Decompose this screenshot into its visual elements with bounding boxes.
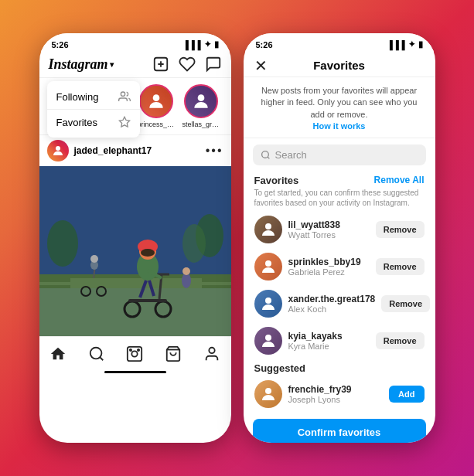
remove-button-1[interactable]: Remove <box>376 258 425 275</box>
add-post-button[interactable] <box>152 56 169 73</box>
user-avatar-xander <box>254 290 282 318</box>
favorite-user-row-2: xander.the.great178 Alex Koch Remove <box>244 285 435 322</box>
story-label-3: stellas_gr0... <box>182 121 220 128</box>
post-username: jaded_elephant17 <box>74 145 152 156</box>
story-avatar-2 <box>139 84 173 118</box>
svg-point-48 <box>265 260 271 267</box>
remove-button-3[interactable]: Remove <box>376 332 425 349</box>
svg-point-44 <box>209 348 214 353</box>
status-bar-right: 5:26 ▐▐▐ ✦ ▮ <box>244 33 435 53</box>
post-image <box>39 166 231 336</box>
favorites-title: Favorites <box>313 59 365 72</box>
header-icons <box>152 56 222 73</box>
svg-point-14 <box>47 220 78 267</box>
post-more-icon[interactable]: ••• <box>206 144 223 158</box>
suggested-name-0: Joseph Lyons <box>288 395 384 404</box>
user-info-frenchie: frenchie_fry39 Joseph Lyons <box>288 384 384 404</box>
favorites-subtitle: To get started, you can confirm these su… <box>244 188 435 211</box>
user-handle-0: lil_wyatt838 <box>288 219 370 230</box>
favorite-user-row-1: sprinkles_bby19 Gabriela Perez Remove <box>244 248 435 285</box>
home-indicator <box>104 371 166 373</box>
user-handle-3: kyia_kayaks <box>288 331 370 342</box>
svg-line-38 <box>100 357 103 360</box>
svg-point-36 <box>182 267 190 275</box>
suggested-handle-0: frenchie_fry39 <box>288 384 384 395</box>
user-name-2: Alex Koch <box>288 304 376 314</box>
how-it-works-link[interactable]: How it works <box>313 121 366 131</box>
svg-point-51 <box>265 388 271 394</box>
story-avatar-3 <box>184 84 218 118</box>
user-name-1: Gabriela Perez <box>288 267 370 277</box>
svg-point-41 <box>130 349 131 351</box>
remove-all-button[interactable]: Remove All <box>374 175 425 185</box>
feed-filter-dropdown: Following Favorites <box>47 81 140 138</box>
close-button[interactable]: ✕ <box>254 56 268 75</box>
user-avatar-sprinkles <box>254 253 282 280</box>
svg-point-42 <box>138 349 139 351</box>
favorites-section-header: Favorites Remove All <box>244 172 435 188</box>
instagram-logo[interactable]: Instagram ▾ <box>49 56 114 73</box>
user-name-0: Wyatt Torres <box>288 230 370 240</box>
logo-chevron: ▾ <box>110 60 114 69</box>
phone-left: 5:26 ▐▐▐ ✦ ▮ Instagram ▾ <box>39 33 231 443</box>
like-button[interactable] <box>179 56 196 73</box>
bottom-nav <box>39 336 231 368</box>
remove-button-2[interactable]: Remove <box>381 295 430 312</box>
svg-rect-20 <box>128 299 167 302</box>
svg-point-34 <box>90 255 98 263</box>
svg-point-7 <box>152 94 159 101</box>
user-handle-1: sprinkles_bby19 <box>288 257 370 267</box>
following-option[interactable]: Following <box>47 84 140 110</box>
profile-nav-button[interactable] <box>203 345 221 363</box>
svg-point-26 <box>141 249 155 257</box>
story-2[interactable]: princess_p... <box>137 84 176 128</box>
post-user[interactable]: jaded_elephant17 <box>47 140 152 162</box>
favorite-user-row-0: lil_wyatt838 Wyatt Torres Remove <box>244 211 435 248</box>
search-placeholder: Search <box>275 149 307 161</box>
svg-point-16 <box>182 224 206 263</box>
favorites-option[interactable]: Favorites <box>47 110 140 134</box>
phone-right: 5:26 ▐▐▐ ✦ ▮ ✕ Favorites New posts from … <box>244 33 435 443</box>
time-right: 5:26 <box>256 40 273 49</box>
suggested-section-header: Suggested <box>244 359 435 376</box>
svg-point-50 <box>265 335 271 341</box>
status-bar-left: 5:26 ▐▐▐ ✦ ▮ <box>39 33 231 53</box>
svg-point-47 <box>265 223 271 230</box>
user-name-3: Kyra Marie <box>288 342 370 351</box>
favorites-info: New posts from your favorites will appea… <box>244 77 435 138</box>
user-info-sprinkles: sprinkles_bby19 Gabriela Perez <box>288 257 370 277</box>
svg-point-40 <box>132 351 138 356</box>
svg-point-8 <box>197 94 204 101</box>
favorite-user-row-3: kyia_kayaks Kyra Marie Remove <box>244 322 435 359</box>
time-left: 5:26 <box>52 40 69 49</box>
svg-point-3 <box>121 92 124 96</box>
remove-button-0[interactable]: Remove <box>376 221 425 238</box>
user-info-kyia: kyia_kayaks Kyra Marie <box>288 331 370 351</box>
instagram-header: Instagram ▾ <box>39 53 231 78</box>
shop-nav-button[interactable] <box>164 345 182 363</box>
user-info-lil-wyatt: lil_wyatt838 Wyatt Torres <box>288 219 370 240</box>
suggested-section-title: Suggested <box>254 362 305 374</box>
messages-button[interactable] <box>205 56 222 73</box>
search-bar[interactable]: Search <box>253 144 426 165</box>
search-nav-button[interactable] <box>87 345 106 363</box>
reels-nav-button[interactable] <box>125 345 144 363</box>
user-avatar-lil-wyatt <box>254 216 282 243</box>
suggested-user-row-0: frenchie_fry39 Joseph Lyons Add <box>244 376 435 413</box>
confirm-favorites-button[interactable]: Confirm favorites <box>253 419 426 443</box>
svg-point-49 <box>265 298 271 304</box>
user-avatar-kyia <box>254 327 282 355</box>
add-button-0[interactable]: Add <box>389 386 424 403</box>
svg-marker-4 <box>119 117 129 127</box>
status-icons-left: ▐▐▐ ✦ ▮ <box>182 39 218 49</box>
user-info-xander: xander.the.great178 Alex Koch <box>288 294 376 314</box>
favorites-header: ✕ Favorites <box>244 53 435 77</box>
story-3[interactable]: stellas_gr0... <box>182 84 220 128</box>
user-avatar-frenchie <box>254 380 282 408</box>
home-nav-button[interactable] <box>49 345 67 363</box>
post-header: jaded_elephant17 ••• <box>39 135 231 166</box>
svg-rect-17 <box>39 288 231 336</box>
svg-point-37 <box>90 348 102 359</box>
favorites-info-text: New posts from your favorites will appea… <box>261 86 418 119</box>
svg-point-45 <box>261 151 268 158</box>
